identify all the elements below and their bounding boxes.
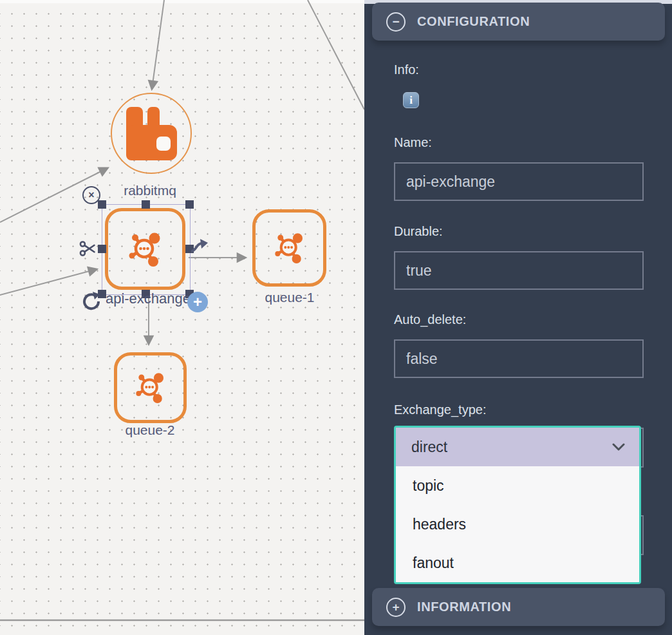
section-title: INFORMATION [417,600,511,614]
name-label: Name: [394,135,432,150]
rabbitmq-logo-icon [126,107,177,160]
node-rabbitmq[interactable] [111,93,192,174]
plus-glyph: + [193,294,202,310]
durable-input[interactable]: true [394,251,644,290]
exchange-type-label: Exchange_type: [394,403,486,417]
node-label-rabbitmq: rabbitmq [98,183,201,198]
name-value: api-exchange [406,173,495,191]
resize-handle-ne[interactable] [185,200,194,209]
delete-glyph: × [88,190,94,200]
connect-arrow-icon[interactable] [189,237,210,255]
option-text: headers [413,516,466,533]
rotate-icon[interactable] [81,290,102,312]
plus-glyph: + [392,601,399,613]
option-topic[interactable]: topic [396,466,639,505]
minus-glyph: − [392,15,399,28]
info-label: Info: [394,62,419,77]
queue-hub-icon [135,372,166,403]
node-queue-1[interactable] [252,209,326,287]
edge-layer [0,0,364,635]
auto-delete-label: Auto_delete: [394,312,466,327]
option-headers[interactable]: headers [396,505,639,544]
option-fanout[interactable]: fanout [396,544,639,582]
section-title: CONFIGURATION [417,14,530,29]
expand-section-icon[interactable]: + [386,598,406,617]
info-glyph: i [409,94,413,107]
durable-label: Durable: [394,224,443,239]
edge-topright[interactable] [308,0,364,109]
node-api-exchange[interactable] [105,208,185,290]
node-label-queue-1: queue-1 [251,290,328,305]
option-text: fanout [413,554,454,572]
collapse-section-icon[interactable]: − [386,12,406,32]
section-configuration-header[interactable]: − CONFIGURATION [372,3,665,41]
resize-handle-n[interactable] [142,200,150,209]
resize-handle-w[interactable] [98,245,106,253]
auto-delete-value: false [406,350,438,368]
section-information-header[interactable]: + INFORMATION [372,588,665,626]
app-window: rabbitmq [0,0,672,635]
queue-hub-icon [274,232,305,263]
name-input[interactable]: api-exchange [394,162,644,201]
diagram-canvas[interactable]: rabbitmq [0,0,364,635]
selected-option-text: direct [411,439,447,456]
node-label-queue-2: queue-2 [111,422,189,438]
node-label-api-exchange: api-exchange [96,290,200,307]
exchange-type-selected-option[interactable]: direct [396,428,639,466]
durable-value: true [406,262,432,280]
add-connection-button[interactable]: + [187,292,208,312]
exchange-hub-icon [128,232,163,267]
option-text: topic [413,477,444,495]
chevron-down-icon [612,443,625,451]
auto-delete-input[interactable]: false [394,339,644,378]
delete-node-icon[interactable]: × [82,186,100,204]
info-icon[interactable]: i [403,92,419,108]
properties-panel: − CONFIGURATION Info: i Name: api-exchan… [364,0,672,635]
edge-top-to-rabbitmq[interactable] [152,0,164,89]
resize-handle-nw[interactable] [98,200,106,209]
node-queue-2[interactable] [114,352,187,423]
cut-scissors-icon[interactable] [79,240,97,258]
exchange-type-dropdown: direct topic headers fanout [394,426,641,584]
